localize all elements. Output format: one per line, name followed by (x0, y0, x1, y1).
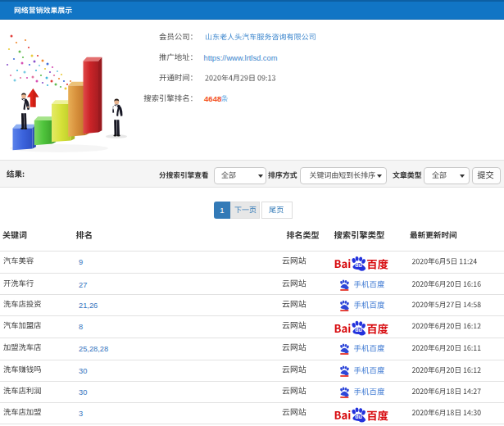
svg-text:du: du (355, 414, 362, 419)
svg-text:du: du (355, 327, 362, 333)
svg-text:du: du (355, 262, 362, 268)
